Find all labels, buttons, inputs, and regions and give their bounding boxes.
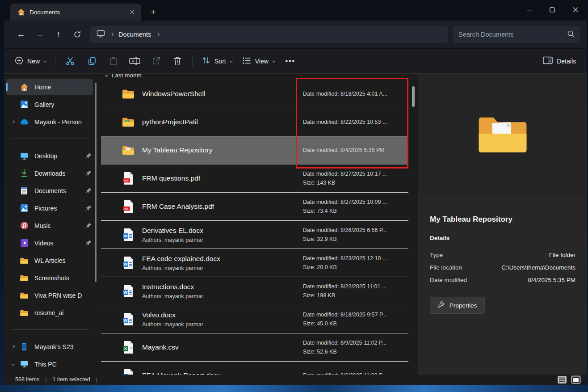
view-list-icon <box>242 57 251 66</box>
details-title: My Tableau Repository <box>430 215 575 224</box>
sidebar-item-downloads[interactable]: Downloads <box>6 165 93 181</box>
file-row-fea-mayank-report-docx[interactable]: WFEA Mayank Report.docxDate modified: 8/… <box>101 362 408 375</box>
file-name: FEA code explained.docx <box>142 255 220 263</box>
downloads-icon <box>19 169 29 178</box>
divider <box>192 55 193 67</box>
file-name: FRM Case Analysis.pdf <box>142 202 214 211</box>
properties-button[interactable]: Properties <box>430 297 485 314</box>
file-date-modified: Date modified: 8/9/2025 11:00 P... <box>303 372 408 375</box>
search-box[interactable] <box>453 26 580 43</box>
sidebar-item-wl-articles[interactable]: WL Articles <box>6 252 93 269</box>
new-tab-button[interactable]: + <box>146 5 161 19</box>
sidebar-item-label: Desktop <box>34 152 82 160</box>
file-row-pythonprojectpatil[interactable]: pythonProjectPatilDate modified: 8/22/20… <box>101 108 408 136</box>
music-icon <box>19 221 29 230</box>
file-row-mayank-csv[interactable]: Xa,Mayank.csvDate modified: 8/9/2025 11:… <box>101 333 408 362</box>
rename-button[interactable]: A <box>124 53 145 70</box>
sidebar-item-viva-prn-wise-da[interactable]: Viva PRN wise Da <box>6 287 93 303</box>
back-button[interactable]: ← <box>12 25 30 44</box>
more-options-button[interactable]: ••• <box>280 53 301 70</box>
details-row-date-modified: Date modified8/4/2025 5:35 PM <box>430 274 575 286</box>
word-icon: W <box>122 312 135 326</box>
up-button[interactable]: ↑ <box>49 25 68 44</box>
sidebar-item-screenshots[interactable]: Screenshots <box>6 270 93 286</box>
file-row-derivatives-el-docx[interactable]: WDerivatives EL.docxAuthors: mayank parm… <box>101 221 408 249</box>
sidebar-item-music[interactable]: Music <box>6 217 93 234</box>
svg-text:a,: a, <box>130 346 133 350</box>
folder-sm-icon <box>19 274 29 282</box>
word-icon: W <box>122 256 135 270</box>
file-row-frm-case-analysis-pdf[interactable]: PDFFRM Case Analysis.pdfDate modified: 8… <box>101 193 408 221</box>
file-list-scrollbar[interactable] <box>412 86 415 107</box>
folder-sm-icon <box>19 291 29 300</box>
word-icon: W <box>122 228 135 241</box>
file-row-frm-questions-pdf[interactable]: PDFFRM questions.pdfDate modified: 8/27/… <box>101 164 408 193</box>
file-authors: Authors: mayank parmar <box>142 237 203 243</box>
forward-button[interactable]: → <box>30 25 49 44</box>
details-pane-button[interactable]: Details <box>538 53 581 70</box>
navigation-pane: HomeGalleryMayank - PersonaDesktopDownlo… <box>4 74 97 375</box>
group-header-last-month[interactable]: Last month <box>105 74 418 80</box>
sidebar-item-mayank-persona[interactable]: Mayank - Persona <box>6 114 93 130</box>
new-button[interactable]: New <box>10 53 51 70</box>
file-row-volvo-docx[interactable]: WVolvo.docxAuthors: mayank parmarDate mo… <box>101 305 408 333</box>
sidebar-item-desktop[interactable]: Desktop <box>6 148 93 164</box>
breadcrumb-documents[interactable]: Documents <box>118 31 151 38</box>
file-name: Volvo.docx <box>142 311 203 319</box>
sidebar-scrollbar[interactable] <box>95 83 97 282</box>
sidebar-item-pictures[interactable]: Pictures <box>6 200 93 216</box>
sidebar-item-label: Screenshots <box>34 274 82 282</box>
chevron-down-icon <box>43 59 46 63</box>
file-name: Derivatives EL.docx <box>142 227 203 235</box>
file-name: WindowsPowerShell <box>142 90 205 98</box>
minimize-button[interactable] <box>517 0 541 20</box>
chevron-down-icon[interactable] <box>11 362 14 366</box>
file-size: Size: 20.0 KB <box>303 264 408 270</box>
share-button[interactable] <box>145 53 167 70</box>
clipboard-icon <box>109 56 118 66</box>
chevron-right-icon[interactable] <box>11 120 14 123</box>
paste-button[interactable] <box>102 53 124 70</box>
maximize-button[interactable] <box>541 0 564 20</box>
cut-button[interactable] <box>59 53 81 70</box>
file-row-my-tableau-repository[interactable]: My Tableau RepositoryDate modified: 8/4/… <box>101 136 408 164</box>
wrench-icon <box>437 301 445 310</box>
svg-text:W: W <box>124 318 128 323</box>
file-size: Size: 73.4 KB <box>303 208 408 214</box>
sidebar-item-gallery[interactable]: Gallery <box>6 96 93 113</box>
details-pane: My Tableau Repository Details TypeFile f… <box>418 74 587 375</box>
items-count: 568 items <box>15 376 39 383</box>
sidebar-item-documents[interactable]: Documents <box>6 182 93 199</box>
view-button[interactable]: View <box>237 53 280 70</box>
collapse-chevron-icon[interactable] <box>105 74 108 77</box>
file-row-windowspowershell[interactable]: WindowsPowerShellDate modified: 8/18/202… <box>101 80 408 108</box>
home-icon <box>17 8 25 17</box>
copy-button[interactable] <box>81 53 102 70</box>
sidebar-item-videos[interactable]: Videos <box>6 235 93 251</box>
delete-button[interactable] <box>167 53 188 70</box>
address-bar[interactable]: Documents <box>90 26 448 43</box>
refresh-button[interactable] <box>68 25 87 44</box>
sidebar-item-resume-ai[interactable]: resume_ai <box>6 304 93 321</box>
sidebar-item-this-pc[interactable]: This PC <box>6 356 93 372</box>
sidebar-item-home[interactable]: Home <box>6 79 93 95</box>
file-date-modified: Date modified: 8/18/2025 4:01 A... <box>303 91 408 97</box>
search-input[interactable] <box>458 31 567 38</box>
file-date-modified: Date modified: 8/4/2025 5:35 PM <box>303 147 408 153</box>
search-icon[interactable] <box>567 30 575 39</box>
folder-preview-icon <box>475 112 530 157</box>
close-button[interactable] <box>564 0 587 20</box>
details-view-toggle-icon[interactable] <box>557 375 567 384</box>
chevron-right-icon[interactable] <box>11 345 14 348</box>
sidebar-item-label: resume_ai <box>34 309 82 316</box>
tab-documents[interactable]: Documents <box>10 4 141 21</box>
sort-button[interactable]: Sort <box>197 53 237 70</box>
thumbnail-view-toggle-icon[interactable] <box>571 375 581 384</box>
breadcrumb-chevron-icon <box>110 33 113 36</box>
tab-close-icon[interactable] <box>126 6 138 18</box>
sidebar-item-mayank-s-s23[interactable]: Mayank's S23 <box>6 338 93 355</box>
pdf-icon: PDF <box>122 172 135 185</box>
file-row-instructions-docx[interactable]: WInstructions.docxAuthors: mayank parmar… <box>101 277 408 305</box>
svg-text:W: W <box>124 290 128 295</box>
file-row-fea-code-explained-docx[interactable]: WFEA code explained.docxAuthors: mayank … <box>101 249 408 277</box>
